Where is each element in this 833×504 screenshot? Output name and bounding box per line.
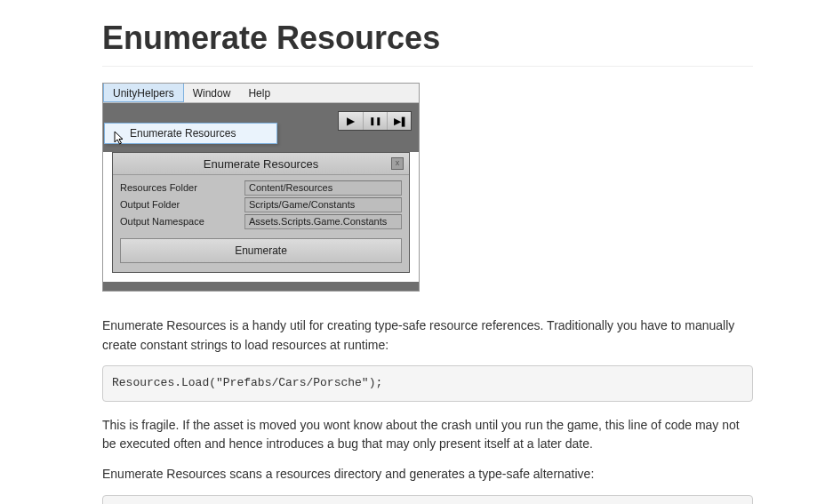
play-button[interactable]: ▶ (339, 112, 363, 130)
menubar-item-help[interactable]: Help (239, 84, 279, 102)
menubar: UnityHelpers Window Help (103, 84, 419, 103)
paragraph: Enumerate Resources is a handy util for … (102, 316, 753, 355)
enumerate-dialog: Enumerate Resources x Resources Folder C… (112, 152, 410, 273)
form-label: Resources Folder (120, 180, 244, 196)
form-label: Output Folder (120, 197, 244, 212)
menu-item-label: Enumerate Resources (130, 127, 236, 140)
pause-button[interactable]: ❚❚ (363, 112, 387, 130)
skip-icon: ▶❚ (394, 116, 405, 127)
menubar-item-window[interactable]: Window (184, 84, 240, 102)
menubar-item-unityhelpers[interactable]: UnityHelpers (103, 84, 184, 102)
skip-button[interactable]: ▶❚ (387, 112, 411, 130)
output-folder-field[interactable]: Scripts/Game/Constants (244, 197, 402, 212)
resources-folder-field[interactable]: Content/Resources (244, 180, 402, 196)
output-namespace-field[interactable]: Assets.Scripts.Game.Constants (244, 214, 402, 229)
menubar-dropdown: Enumerate Resources (104, 123, 277, 144)
unity-screenshot: UnityHelpers Window Help Enumerate Resou… (102, 83, 420, 292)
transport-controls: ▶ ❚❚ ▶❚ (338, 111, 412, 131)
form-row-output-namespace: Output Namespace Assets.Scripts.Game.Con… (120, 214, 402, 229)
page-title: Enumerate Resources (102, 0, 753, 67)
form-label: Output Namespace (120, 214, 244, 229)
form-row-output-folder: Output Folder Scripts/Game/Constants (120, 197, 402, 212)
pause-icon: ❚❚ (369, 116, 381, 125)
menu-item-enumerate-resources[interactable]: Enumerate Resources (104, 123, 277, 144)
dialog-close-button[interactable]: x (391, 157, 404, 170)
form-row-resources-folder: Resources Folder Content/Resources (120, 180, 402, 196)
enumerate-button[interactable]: Enumerate (120, 238, 402, 263)
code-block: Resources.Load(GameResources.Prefabs.Car… (102, 495, 753, 504)
play-icon: ▶ (347, 115, 355, 127)
paragraph: Enumerate Resources scans a resources di… (102, 465, 753, 484)
dialog-titlebar: Enumerate Resources x (113, 153, 409, 175)
dialog-title: Enumerate Resources (204, 157, 318, 171)
article-body: Enumerate Resources is a handy util for … (102, 316, 753, 504)
paragraph: This is fragile. If the asset is moved y… (102, 416, 753, 454)
code-block: Resources.Load("Prefabs/Cars/Porsche"); (102, 365, 753, 401)
cursor-icon (114, 131, 126, 149)
